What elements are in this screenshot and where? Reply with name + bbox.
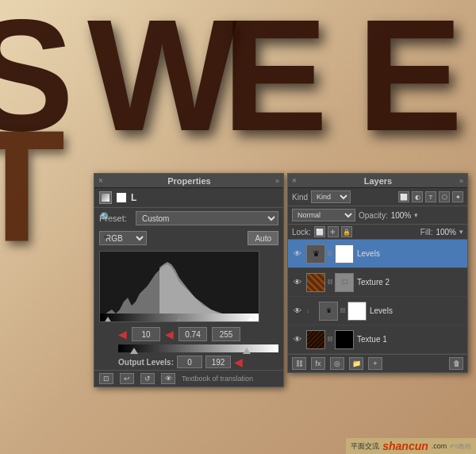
- layer-thumb-mask-levels-1: [335, 244, 354, 264]
- footer-reset-icon[interactable]: ⊡: [99, 373, 113, 384]
- layer-visibility-texture2[interactable]: 👁: [292, 277, 303, 288]
- white-point-tool[interactable]: ◾: [99, 230, 112, 243]
- type-filter-icon[interactable]: T: [425, 191, 436, 202]
- link-layers-btn[interactable]: ⛓: [292, 357, 306, 370]
- layer-row-texture2[interactable]: 👁 ⛓ ☐ Texture 2: [288, 268, 467, 297]
- layers-title: Layers: [364, 176, 392, 186]
- output-levels-row: Output Levels: 0 192 ◀: [94, 354, 283, 370]
- blend-mode-select[interactable]: Normal: [292, 209, 355, 221]
- histogram-graph: [100, 258, 259, 321]
- mid-arrow: ◀: [165, 329, 174, 340]
- properties-header: L: [94, 188, 283, 208]
- layer-arrow-icon: ↓: [306, 307, 316, 314]
- chocolate-letter-t: T: [0, 95, 65, 278]
- footer-eye-icon[interactable]: 👁: [161, 373, 175, 384]
- adjustment-filter-icon[interactable]: ◐: [412, 191, 423, 202]
- fx-btn[interactable]: fx: [311, 357, 325, 370]
- watermark-right-text: PS教程: [450, 442, 471, 451]
- svg-marker-1: [159, 262, 259, 321]
- layer-visibility-levels-1[interactable]: 👁: [292, 248, 303, 260]
- rgb-row: RGB Auto: [94, 229, 283, 248]
- chocolate-letter-e: E: [222, 0, 328, 167]
- preset-select[interactable]: Custom: [136, 211, 278, 225]
- chocolate-letter-e2: E: [357, 0, 463, 167]
- input-high-value[interactable]: 255: [212, 327, 240, 341]
- properties-content: 🔍 ◾ ◾ Preset: Custom RGB Auto: [94, 208, 283, 370]
- layer-name-levels-2: Levels: [370, 306, 463, 315]
- translation-text: Textbook of translation: [182, 375, 278, 383]
- layer-name-texture2: Texture 2: [357, 278, 463, 287]
- properties-title: Properties: [167, 176, 210, 186]
- layer-thumb-mask-texture1: [335, 330, 354, 349]
- chocolate-letter-w: W: [87, 0, 237, 167]
- lock-position-icon[interactable]: ✛: [328, 226, 339, 237]
- watermark-prefix: 平面交流: [351, 441, 379, 452]
- mask-icon: [117, 193, 126, 202]
- layers-panel: × Layers » Kind Kind ⬜ ◐ T ⬡ ✦ Normal Op…: [287, 173, 468, 373]
- layer-thumb-main-levels-2: ♛: [319, 302, 338, 321]
- levels-icon-small: [99, 191, 112, 204]
- output-low-value[interactable]: 0: [177, 356, 202, 368]
- layers-expand-btn[interactable]: »: [459, 177, 463, 185]
- thumb-texture2-img: [307, 274, 324, 291]
- layer-row-texture1[interactable]: 👁 ⛓ Textue 1: [288, 325, 467, 354]
- layer-name-texture1: Textue 1: [357, 335, 463, 344]
- opacity-dropdown-icon[interactable]: ▾: [414, 211, 418, 219]
- eyedropper-tool[interactable]: 🔍: [99, 211, 112, 224]
- lock-all-icon[interactable]: 🔒: [341, 226, 352, 237]
- mask-btn[interactable]: ◎: [330, 357, 344, 370]
- new-layer-btn[interactable]: +: [368, 357, 382, 370]
- layer-thumb-main-levels-1: ♛: [306, 244, 325, 264]
- header-letter: L: [131, 192, 136, 203]
- opacity-label: Opacity:: [359, 211, 388, 220]
- preset-row: Preset: Custom: [94, 208, 283, 229]
- watermark-suffix: .com: [432, 442, 447, 450]
- footer-undo-icon[interactable]: ↺: [140, 373, 155, 384]
- input-mid-value[interactable]: 0.74: [178, 327, 207, 341]
- input-low-value[interactable]: 10: [132, 327, 160, 341]
- properties-close-btn[interactable]: ×: [98, 176, 103, 185]
- shape-filter-icon[interactable]: ⬡: [439, 191, 450, 202]
- auto-button[interactable]: Auto: [248, 231, 278, 245]
- layer-thumbs-levels-2: ♛ ⛓: [319, 302, 367, 321]
- output-arrow: ◀: [234, 356, 243, 367]
- fill-value[interactable]: 100%: [436, 228, 456, 237]
- layer-row-levels-2[interactable]: 👁 ↓ ♛ ⛓ Levels: [288, 297, 467, 325]
- new-group-btn[interactable]: 📁: [349, 357, 363, 370]
- footer-curve-icon[interactable]: ↩: [120, 373, 134, 384]
- pixel-filter-icon[interactable]: ⬜: [398, 191, 409, 202]
- layers-footer: ⛓ fx ◎ 📁 + 🗑: [288, 354, 467, 372]
- layer-thumb-mask-levels-2: [347, 302, 367, 321]
- layer-thumb-main-texture2: [306, 273, 325, 292]
- thumb-black-mask: [336, 331, 353, 348]
- fill-dropdown-icon[interactable]: ▾: [459, 228, 463, 236]
- layer-link-icon-2[interactable]: ⛓: [326, 277, 334, 288]
- layer-visibility-levels-2[interactable]: 👁: [292, 306, 303, 317]
- properties-titlebar: × Properties »: [94, 174, 283, 188]
- layers-titlebar: × Layers »: [288, 174, 467, 188]
- low-arrow: ◀: [118, 329, 127, 340]
- smart-filter-icon[interactable]: ✦: [452, 191, 463, 202]
- layer-thumb-main-texture1: [306, 330, 325, 349]
- lock-label: Lock:: [292, 228, 311, 237]
- kind-row: Kind Kind ⬜ ◐ T ⬡ ✦: [288, 188, 467, 206]
- histogram-area: [99, 251, 259, 322]
- delete-layer-btn[interactable]: 🗑: [449, 357, 463, 370]
- layer-link-icon-4[interactable]: ⛓: [326, 334, 334, 345]
- output-slider-track: [118, 344, 278, 352]
- opacity-value[interactable]: 100%: [391, 211, 412, 220]
- layer-thumb-mask-texture2: ☐: [335, 273, 354, 292]
- layer-row-levels-1[interactable]: 👁 ♛ ⛓ Levels: [288, 240, 467, 268]
- thumb-crown-icon-2: ♛: [320, 302, 337, 320]
- lock-pixel-icon[interactable]: ⬜: [314, 226, 325, 237]
- thumb-white-mask: [336, 245, 353, 263]
- output-levels-label: Output Levels:: [118, 358, 174, 367]
- properties-expand-btn[interactable]: »: [275, 177, 279, 185]
- layer-link-icon-3[interactable]: ⛓: [339, 306, 347, 317]
- kind-select[interactable]: Kind: [311, 190, 351, 203]
- layer-thumbs-levels-1: ♛ ⛓: [306, 244, 354, 264]
- layers-close-btn[interactable]: ×: [292, 176, 297, 185]
- output-high-value[interactable]: 192: [205, 356, 231, 368]
- layer-visibility-texture1[interactable]: 👁: [292, 334, 303, 345]
- layer-link-icon-1[interactable]: ⛓: [326, 248, 334, 260]
